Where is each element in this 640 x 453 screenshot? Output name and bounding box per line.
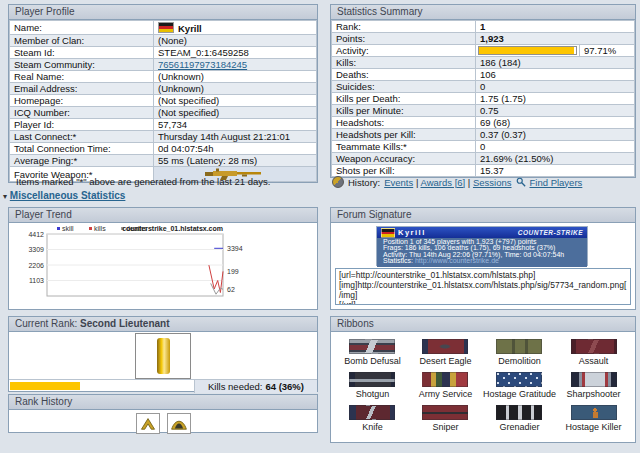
svg-text:199: 199 [227, 268, 239, 275]
stats-label: Suicides: [332, 81, 476, 93]
stats-label: Weapon Accuracy: [332, 153, 476, 165]
rank-history-row [9, 410, 317, 437]
stats-value: 0.75 [476, 105, 635, 117]
signature-image: Kyrill COUNTER-STRIKE Position 1 of 345 … [377, 227, 587, 265]
player-trend-panel: Player Trend 4412330922061103skillkillsd… [8, 207, 318, 310]
profile-row: Steam Id:STEAM_0:1:6459258 [10, 47, 317, 59]
rank-progress-fill [10, 382, 80, 390]
filled-chevron-insignia-icon [170, 416, 188, 431]
rank-history-header: Rank History [9, 395, 317, 410]
stats-row: Suicides:0 [332, 81, 635, 93]
svg-text:62: 62 [227, 286, 235, 293]
rank-history-panel: Rank History [8, 394, 318, 433]
ribbon-label: Bomb Defusal [337, 356, 408, 366]
rank-progress-bar [9, 380, 194, 393]
profile-row: Name:Kyrill [10, 21, 317, 35]
ribbon-image-army-service [422, 372, 468, 387]
profile-value: (Unknown) [154, 83, 317, 95]
magnifier-icon [516, 177, 526, 187]
stats-row: Activity:97.71% [332, 45, 635, 57]
ribbon-item: Army Service [410, 372, 481, 399]
ribbon-item: Grenadier [483, 405, 556, 432]
profile-value: 57,734 [154, 119, 317, 131]
stats-value: 1.75 (1.75) [476, 93, 635, 105]
ribbon-item: Hostage Gratitude [483, 372, 556, 399]
ribbon-image-sniper [422, 405, 468, 420]
ribbon-label: Hostage Gratitude [483, 389, 556, 399]
stats-label: Kills: [332, 57, 476, 69]
current-rank-value: Second Lieutenant [80, 318, 169, 329]
signature-player-name: Kyrill [398, 228, 426, 237]
player-trend-chart: 4412330922061103skillkillsdeathscounters… [11, 224, 313, 310]
stats-row: Kills per Minute:0.75 [332, 105, 635, 117]
ribbon-label: Sharpshooter [558, 389, 629, 399]
ribbon-label: Hostage Killer [558, 422, 629, 432]
profile-label: Steam Id: [10, 47, 154, 59]
chevron-insignia-icon [139, 416, 157, 431]
ribbon-image-desert-eagle [422, 339, 468, 354]
history-line: History: Events | Awards [6] | Sessions … [332, 176, 582, 188]
ribbon-item: Shotgun [337, 372, 408, 399]
history-link-awards-6[interactable]: Awards [6] [420, 177, 465, 188]
rank-history-title: Rank History [15, 396, 72, 407]
stats-value: 186 (184) [476, 57, 635, 69]
find-players-link[interactable]: Find Players [530, 177, 583, 188]
ribbon-image-assault [571, 339, 617, 354]
stats-label: Shots per Kill: [332, 165, 476, 177]
signature-stats-line: Statistics: http://www.counterstrike.de [383, 258, 581, 264]
stats-row: Points:1,923 [332, 33, 635, 45]
ribbon-label: Shotgun [337, 389, 408, 399]
ribbon-item: Sharpshooter [558, 372, 629, 399]
stats-label: Kills per Minute: [332, 105, 476, 117]
profile-label: ICQ Number: [10, 107, 154, 119]
miscellaneous-statistics-link[interactable]: Miscellaneous Statistics [10, 190, 126, 201]
ribbon-image-hostage-killer [571, 405, 617, 420]
steam-community-link[interactable]: 76561197973184245 [158, 59, 247, 70]
ribbon-item: Demolition [483, 339, 556, 366]
triangle-down-icon: ▾ [3, 192, 7, 201]
stats-label: Headshots: [332, 117, 476, 129]
forum-signature-panel: Forum Signature Kyrill COUNTER-STRIKE Po… [330, 207, 636, 310]
player-profile-table: Name:KyrillMember of Clan:(None)Steam Id… [9, 20, 317, 182]
ribbon-image-knife [349, 405, 395, 420]
activity-bar [478, 46, 577, 55]
profile-value: Thursday 14th August 21:21:01 [154, 131, 317, 143]
stats-row: Headshots:69 (68) [332, 117, 635, 129]
ribbon-item: Hostage Killer [558, 405, 629, 432]
profile-value: 0d 04:07:54h [154, 143, 317, 155]
history-label: History: [348, 177, 380, 188]
stats-label: Points: [332, 33, 476, 45]
profile-label: Last Connect:* [10, 131, 154, 143]
ribbon-item: Bomb Defusal [337, 339, 408, 366]
stats-value: 69 (68) [476, 117, 635, 129]
ribbon-image-grenadier [496, 405, 542, 420]
stats-row: Shots per Kill:15.37 [332, 165, 635, 177]
profile-value: (Unknown) [154, 71, 317, 83]
statistics-summary-table: Rank:1Points:1,923Activity:97.71%Kills:1… [331, 20, 635, 177]
activity-percent: 97.71% [579, 45, 634, 56]
svg-text:counterstrike_01.hlstatsx.com: counterstrike_01.hlstatsx.com [122, 225, 223, 232]
profile-label: Email Address: [10, 83, 154, 95]
current-rank-label: Current Rank: [15, 318, 77, 329]
stats-label: Rank: [332, 21, 476, 33]
stats-value: 0 [476, 81, 635, 93]
history-icon [332, 176, 344, 188]
ribbon-label: Assault [558, 356, 629, 366]
stats-value: 21.69% (21.50%) [476, 153, 635, 165]
profile-row: ICQ Number:(Not specified) [10, 107, 317, 119]
germany-flag-icon [158, 22, 174, 33]
profile-row: Homepage:(Not specified) [10, 95, 317, 107]
gold-bar-insignia-icon [157, 338, 170, 374]
asterisk-note: Items marked "*" above are generated fro… [16, 176, 270, 187]
profile-row: Member of Clan:(None) [10, 35, 317, 47]
history-link-sessions[interactable]: Sessions [473, 177, 512, 188]
ribbon-label: Demolition [483, 356, 556, 366]
ribbons-header: Ribbons [331, 317, 635, 332]
signature-bbcode-textarea[interactable]: [url=http://counterstrike_01.hlstatsx.co… [335, 268, 631, 305]
rank-progress-row: Kills needed: 64 (36%) [9, 379, 317, 393]
ribbon-item: Desert Eagle [410, 339, 481, 366]
profile-row: Last Connect:*Thursday 14th August 21:21… [10, 131, 317, 143]
stats-value: 0 [476, 141, 635, 153]
history-link-events[interactable]: Events [384, 177, 413, 188]
rank-history-insignia-1 [136, 413, 160, 434]
